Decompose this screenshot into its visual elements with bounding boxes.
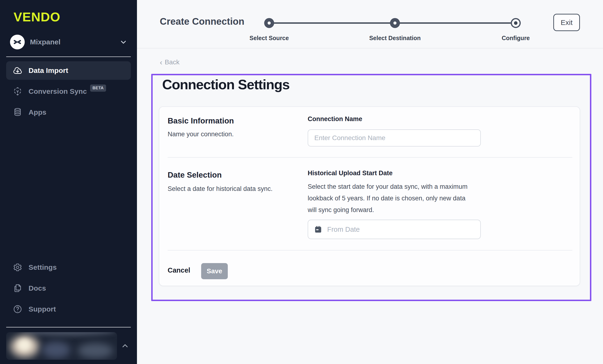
chevron-left-icon: ‹	[160, 59, 162, 66]
start-date-help: Select the start date for your data sync…	[308, 181, 474, 216]
sidebar-item-label: Docs	[29, 284, 46, 292]
sidebar-item-docs[interactable]: Docs	[6, 279, 131, 298]
chevron-up-icon	[121, 342, 129, 350]
sidebar-item-support[interactable]: Support	[6, 300, 131, 319]
mixpanel-avatar	[10, 35, 25, 49]
cancel-button[interactable]: Cancel	[168, 266, 190, 274]
sidebar-nav: Data Import Conversion Sync BETA	[6, 61, 131, 121]
date-selection-description: Select a date for historical data sync.	[168, 185, 272, 193]
calendar-icon	[314, 225, 323, 234]
connection-settings-card: Basic Information Name your connection. …	[159, 106, 580, 286]
workspace-name: Mixpanel	[30, 38, 60, 46]
sidebar-item-apps[interactable]: Apps	[6, 103, 131, 121]
sidebar-item-conversion-sync[interactable]: Conversion Sync BETA	[6, 82, 131, 101]
sidebar-footer: Settings Docs Support	[0, 254, 137, 364]
database-icon	[13, 108, 22, 117]
step-label-select-source: Select Source	[229, 35, 310, 42]
from-date-placeholder: From Date	[327, 226, 360, 233]
stepper-connector	[395, 22, 516, 24]
section-divider	[168, 157, 572, 158]
sidebar-item-settings[interactable]: Settings	[6, 258, 131, 277]
sidebar-item-label: Conversion Sync	[29, 87, 87, 95]
user-account-blurred[interactable]	[6, 332, 117, 360]
stepper-connector	[269, 22, 395, 24]
sidebar-item-label: Support	[29, 305, 56, 313]
beta-badge: BETA	[90, 85, 106, 92]
blur-blob	[18, 339, 31, 351]
vendo-logo: VENDO	[13, 10, 137, 24]
step-label-configure: Configure	[475, 35, 556, 42]
page-title: Connection Settings	[162, 77, 289, 92]
sidebar: VENDO Mixpanel Data Import	[0, 0, 137, 364]
step-dot-configure	[511, 18, 521, 28]
connection-name-label: Connection Name	[308, 115, 362, 123]
basic-info-title: Basic Information	[168, 116, 234, 125]
from-date-input[interactable]: From Date	[308, 220, 481, 239]
exit-button[interactable]: Exit	[553, 14, 580, 31]
wizard-title: Create Connection	[160, 16, 244, 27]
section-divider	[168, 250, 572, 251]
start-date-label: Historical Upload Start Date	[308, 170, 393, 177]
help-icon	[13, 304, 22, 314]
conversion-sync-icon	[13, 87, 22, 96]
gear-icon	[13, 263, 22, 272]
docs-icon	[13, 284, 22, 293]
sidebar-divider-bottom	[6, 327, 131, 327]
blur-blob	[42, 342, 70, 358]
sidebar-item-data-import[interactable]: Data Import	[6, 61, 131, 80]
connection-name-input[interactable]	[308, 129, 481, 146]
sidebar-footer-nav: Settings Docs Support	[6, 258, 131, 319]
back-link[interactable]: ‹ Back	[160, 58, 180, 66]
workspace-selector[interactable]: Mixpanel	[10, 35, 128, 49]
wizard-header: Create Connection Select Source Select D…	[137, 0, 603, 48]
blur-blob	[78, 343, 113, 358]
sidebar-divider-top	[6, 56, 131, 57]
date-selection-title: Date Selection	[168, 170, 222, 179]
mixpanel-logo-icon	[12, 37, 22, 47]
back-label: Back	[165, 58, 180, 66]
account-switcher[interactable]	[6, 332, 131, 360]
step-label-select-destination: Select Destination	[355, 35, 435, 42]
save-button[interactable]: Save	[201, 263, 228, 279]
chevron-down-icon	[119, 38, 128, 46]
sidebar-item-label: Data Import	[29, 66, 68, 75]
cloud-download-icon	[13, 66, 22, 75]
step-dot-select-destination	[390, 18, 400, 28]
step-dot-select-source	[264, 18, 274, 28]
sidebar-item-label: Settings	[29, 263, 57, 271]
blur-blob	[21, 332, 116, 335]
basic-info-description: Name your connection.	[168, 131, 234, 138]
main-content: Create Connection Select Source Select D…	[137, 0, 603, 364]
sidebar-item-label: Apps	[29, 108, 46, 116]
